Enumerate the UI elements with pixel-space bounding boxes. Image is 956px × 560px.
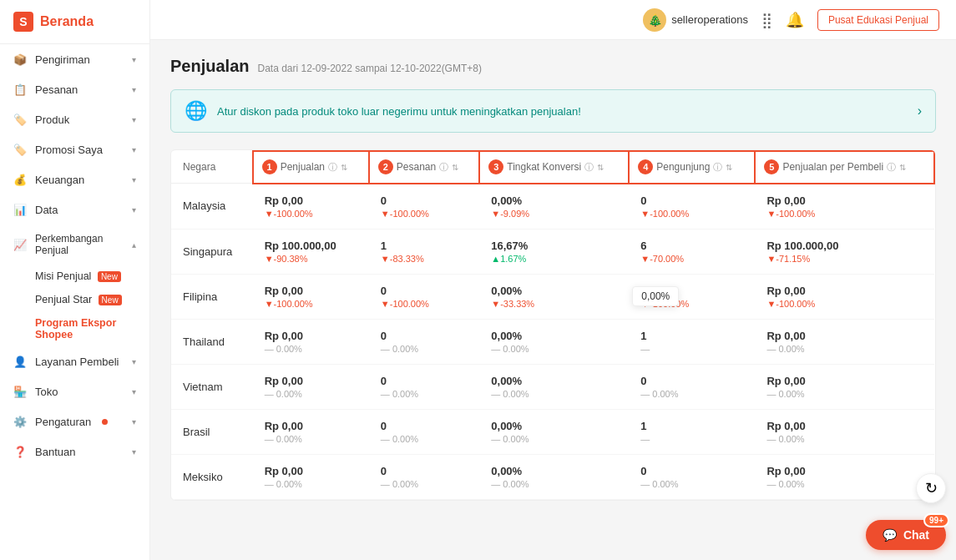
sort-icon[interactable]: ⇅: [341, 163, 347, 172]
cell-konversi: 0,00% ▼-33.33% 0,00%: [479, 274, 629, 319]
chat-label: Chat: [903, 528, 929, 542]
info-icon[interactable]: ⓘ: [584, 161, 594, 174]
clipboard-icon: 📋: [13, 83, 27, 96]
table-row: Thailand Rp 0,00 — 0.00% 0 — 0.00% 0,00%…: [171, 319, 934, 364]
grid-icon[interactable]: ⣿: [761, 11, 772, 29]
table-row: Meksiko Rp 0,00 — 0.00% 0 — 0.00% 0,00% …: [171, 454, 934, 499]
badge-new: New: [98, 271, 121, 282]
info-icon[interactable]: ⓘ: [439, 161, 448, 174]
sidebar-item-promosi[interactable]: 🏷️ Promosi Saya ▾: [0, 134, 149, 164]
content-area: Penjualan Data dari 12-09-2022 sampai 12…: [150, 40, 956, 560]
bell-icon[interactable]: 🔔: [786, 11, 804, 29]
sidebar-sub-misi-penjual[interactable]: Misi Penjual New: [0, 265, 149, 288]
sort-icon[interactable]: ⇅: [597, 163, 604, 172]
sort-icon[interactable]: ⇅: [452, 163, 458, 172]
sidebar-item-toko[interactable]: 🏪 Toko ▾: [0, 376, 149, 406]
banner-arrow-icon[interactable]: ›: [918, 103, 922, 119]
sidebar-item-pesanan[interactable]: 📋 Pesanan ▾: [0, 74, 149, 104]
box-icon: 📦: [13, 53, 27, 66]
cell-penjualan-per: Rp 0,00 — 0.00%: [755, 409, 934, 454]
col-num-1: 1: [262, 159, 277, 174]
cell-penjualan-per: Rp 0,00 — 0.00%: [755, 319, 934, 364]
sidebar-item-pengiriman[interactable]: 📦 Pengiriman ▾: [0, 44, 149, 74]
chat-badge: 99+: [923, 513, 949, 527]
brand-name: Beranda: [40, 14, 94, 29]
cell-konversi: 0,00% — 0.00%: [479, 454, 629, 499]
info-icon[interactable]: ⓘ: [713, 161, 722, 174]
sidebar-item-layanan[interactable]: 👤 Layanan Pembeli ▾: [0, 346, 149, 376]
chevron-down-icon: ▾: [132, 205, 136, 214]
col-pengunjung-label: Pengunjung: [656, 161, 710, 173]
page-title-row: Penjualan Data dari 12-09-2022 sampai 12…: [170, 57, 936, 76]
sidebar-item-bantuan[interactable]: ❓ Bantuan ▾: [0, 436, 149, 467]
info-icon[interactable]: ⓘ: [328, 161, 337, 174]
misi-penjual-label: Misi Penjual: [35, 270, 91, 282]
cell-country: Singapura: [171, 229, 253, 274]
table-row: Singapura Rp 100.000,00 ▼-90.38% 1 ▼-83.…: [171, 229, 934, 274]
sidebar-sub-penjual-star[interactable]: Penjual Star New: [0, 288, 149, 311]
user-icon: 👤: [13, 355, 27, 368]
refresh-icon[interactable]: ↻: [916, 473, 946, 503]
cell-pesanan: 0 — 0.00%: [369, 409, 479, 454]
sidebar-item-pengaturan[interactable]: ⚙️ Pengaturan ▾: [0, 406, 149, 436]
username: selleroperations: [671, 13, 748, 26]
chevron-down-icon: ▾: [132, 115, 136, 124]
cell-konversi: 0,00% — 0.00%: [479, 409, 629, 454]
sidebar-label-toko: Toko: [35, 386, 58, 398]
cell-pesanan: 0 — 0.00%: [369, 364, 479, 409]
cell-konversi: 0,00% — 0.00%: [479, 364, 629, 409]
sidebar-logo[interactable]: S Beranda: [0, 0, 149, 44]
banner-text: Atur diskon pada produk toko luar negeri…: [217, 105, 908, 118]
col-pesanan-label: Pesanan: [397, 161, 436, 173]
sales-table: Negara 1 Penjualan ⓘ ⇅: [171, 150, 935, 500]
cell-pengunjung: 1 —: [629, 409, 755, 454]
money-icon: 💰: [13, 173, 27, 186]
col-penjualan[interactable]: 1 Penjualan ⓘ ⇅: [253, 151, 369, 184]
cell-konversi: 16,67% ▲1.67%: [479, 229, 629, 274]
promo-icon: 🏷️: [13, 143, 27, 156]
cell-country: Thailand: [171, 319, 253, 364]
promo-banner[interactable]: 🌐 Atur diskon pada produk toko luar nege…: [170, 89, 936, 133]
sidebar-label-perkembangan: Perkembangan Penjual: [35, 233, 132, 256]
table-row: Vietnam Rp 0,00 — 0.00% 0 — 0.00% 0,00% …: [171, 364, 934, 409]
gear-icon: ⚙️: [13, 415, 27, 428]
sidebar-item-perkembangan[interactable]: 📈 Perkembangan Penjual ▴: [0, 225, 149, 265]
page-subtitle: Data dari 12-09-2022 sampai 12-10-2022(G…: [257, 63, 481, 74]
sidebar-label-pengaturan: Pengaturan: [35, 416, 91, 428]
col-konversi[interactable]: 3 Tingkat Konversi ⓘ ⇅: [479, 151, 629, 184]
cell-penjualan: Rp 0,00 ▼-100.00%: [253, 274, 369, 319]
col-penjualan-per[interactable]: 5 Penjualan per Pembeli ⓘ ⇅: [755, 151, 934, 184]
info-icon[interactable]: ⓘ: [887, 161, 896, 174]
help-icon: ❓: [13, 445, 27, 458]
cell-penjualan: Rp 100.000,00 ▼-90.38%: [253, 229, 369, 274]
sidebar-item-produk[interactable]: 🏷️ Produk ▾: [0, 104, 149, 134]
col-pengunjung[interactable]: 4 Pengunjung ⓘ ⇅: [629, 151, 755, 184]
col-num-5: 5: [764, 159, 779, 174]
col-num-4: 4: [638, 159, 653, 174]
growth-icon: 📈: [13, 238, 27, 251]
cell-country: Vietnam: [171, 364, 253, 409]
sidebar-sub-program-ekspor[interactable]: Program Ekspor Shopee: [0, 311, 149, 346]
sort-icon[interactable]: ⇅: [726, 163, 732, 172]
chevron-down-icon: ▾: [132, 447, 136, 457]
main-area: 🎄 selleroperations ⣿ 🔔 Pusat Edukasi Pen…: [150, 0, 956, 560]
cell-pesanan: 1 ▼-83.33%: [369, 229, 479, 274]
store-icon: 🏪: [13, 385, 27, 398]
table-row: Malaysia Rp 0,00 ▼-100.00% 0 ▼-100.00% 0…: [171, 184, 934, 230]
sidebar-label-pengiriman: Pengiriman: [35, 53, 90, 66]
sidebar-item-data[interactable]: 📊 Data ▾: [0, 194, 149, 225]
sidebar-label-pesanan: Pesanan: [35, 83, 78, 96]
chat-button[interactable]: 💬 Chat 99+: [866, 520, 946, 550]
chevron-down-icon: ▾: [132, 357, 136, 366]
cell-country: Malaysia: [171, 184, 253, 230]
chevron-down-icon: ▾: [132, 387, 136, 396]
sidebar-item-keuangan[interactable]: 💰 Keuangan ▾: [0, 164, 149, 194]
sidebar: S Beranda 📦 Pengiriman ▾ 📋 Pesanan ▾ 🏷️ …: [0, 0, 150, 560]
sidebar-label-bantuan: Bantuan: [35, 446, 75, 458]
chevron-up-icon: ▴: [132, 240, 136, 250]
col-pesanan[interactable]: 2 Pesanan ⓘ ⇅: [369, 151, 479, 184]
cell-penjualan: Rp 0,00 — 0.00%: [253, 409, 369, 454]
edu-button[interactable]: Pusat Edukasi Penjual: [817, 9, 939, 31]
sort-icon[interactable]: ⇅: [899, 163, 906, 172]
sidebar-label-data: Data: [35, 204, 58, 216]
